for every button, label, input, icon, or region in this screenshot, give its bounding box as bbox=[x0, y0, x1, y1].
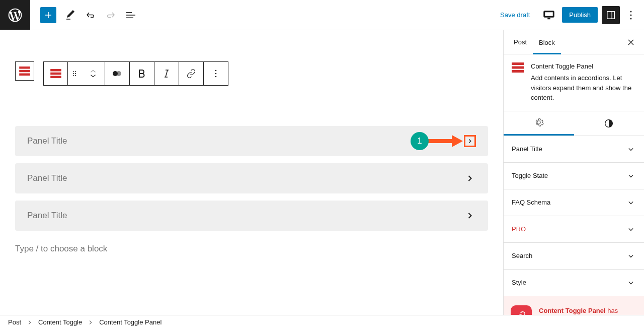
chevron-down-icon bbox=[626, 144, 636, 154]
svg-point-1 bbox=[630, 14, 632, 16]
tab-post[interactable]: Post bbox=[508, 30, 533, 54]
chevron-down-icon bbox=[626, 251, 636, 261]
section-search[interactable]: Search bbox=[504, 243, 644, 270]
panel-title-input[interactable]: Panel Title bbox=[27, 136, 67, 146]
panel-title-input[interactable]: Panel Title bbox=[27, 173, 67, 183]
block-info-text: Content Toggle Panel Add contents in acc… bbox=[531, 62, 636, 103]
svg-point-10 bbox=[75, 71, 76, 72]
save-draft-button[interactable]: Save draft bbox=[494, 7, 536, 23]
contrast-icon bbox=[603, 118, 614, 129]
svg-point-12 bbox=[75, 73, 76, 74]
close-icon bbox=[626, 37, 636, 47]
redo-button[interactable] bbox=[102, 6, 120, 24]
svg-point-13 bbox=[73, 75, 74, 76]
svg-point-9 bbox=[73, 71, 74, 72]
block-appender[interactable]: Type / to choose a block bbox=[15, 238, 488, 260]
move-buttons[interactable] bbox=[81, 62, 105, 85]
annotation-badge: 1 bbox=[411, 132, 429, 150]
italic-icon bbox=[160, 68, 173, 80]
panel-toggle-chevron[interactable] bbox=[464, 210, 476, 222]
undo-icon bbox=[85, 9, 97, 21]
add-block-button[interactable] bbox=[40, 7, 56, 23]
bold-icon bbox=[136, 68, 148, 80]
preview-button[interactable] bbox=[540, 6, 558, 24]
section-label: Toggle State bbox=[512, 172, 548, 179]
svg-point-11 bbox=[73, 73, 74, 74]
more-vertical-icon bbox=[625, 9, 637, 21]
chevron-down-icon bbox=[89, 74, 98, 79]
block-info-title: Content Toggle Panel bbox=[531, 62, 636, 70]
settings-panel-toggle[interactable] bbox=[602, 6, 620, 24]
pro-upsell-icon bbox=[511, 305, 532, 315]
pencil-icon bbox=[64, 9, 76, 21]
wordpress-icon bbox=[7, 7, 23, 23]
link-icon bbox=[185, 68, 197, 80]
link-plugin-icon bbox=[515, 310, 527, 315]
accordion-panel[interactable]: Panel Title bbox=[15, 163, 488, 193]
annotation-marker: 1 bbox=[411, 132, 463, 150]
breadcrumb-item[interactable]: Content Toggle Panel bbox=[99, 318, 162, 326]
publish-button[interactable]: Publish bbox=[562, 7, 598, 23]
breadcrumb-item[interactable]: Content Toggle bbox=[38, 318, 82, 326]
align-button[interactable] bbox=[105, 62, 130, 85]
section-label: FAQ Schema bbox=[512, 199, 550, 206]
redo-icon bbox=[105, 9, 117, 21]
section-pro[interactable]: PRO bbox=[504, 216, 644, 243]
panel-title-input[interactable]: Panel Title bbox=[27, 211, 67, 221]
close-sidebar-button[interactable] bbox=[622, 33, 640, 51]
section-faq-schema[interactable]: FAQ Schema bbox=[504, 189, 644, 216]
accordion-icon bbox=[19, 67, 30, 76]
italic-button[interactable] bbox=[154, 62, 179, 85]
document-outline-button[interactable] bbox=[122, 6, 140, 24]
block-type-button[interactable] bbox=[44, 62, 68, 85]
svg-point-18 bbox=[215, 73, 217, 75]
svg-point-17 bbox=[215, 70, 217, 72]
accordion-panel[interactable]: Panel Title bbox=[15, 201, 488, 231]
accordion-icon bbox=[512, 62, 524, 73]
svg-rect-7 bbox=[50, 73, 61, 75]
bold-button[interactable] bbox=[130, 62, 154, 85]
chevron-right-icon bbox=[466, 136, 473, 146]
more-formatting-button[interactable] bbox=[204, 62, 228, 85]
pro-upsell-name: Content Toggle Panel bbox=[539, 307, 606, 314]
drag-handle[interactable] bbox=[68, 62, 81, 85]
svg-point-14 bbox=[75, 75, 76, 76]
more-options-button[interactable] bbox=[624, 6, 638, 24]
pro-upsell-box[interactable]: Content Toggle Panel has PRO enhancement… bbox=[504, 296, 644, 315]
panel-toggle-chevron[interactable] bbox=[464, 135, 476, 147]
section-panel-title[interactable]: Panel Title bbox=[504, 136, 644, 163]
list-view-icon bbox=[125, 9, 137, 21]
desktop-icon bbox=[543, 9, 555, 21]
annotation-arrow-icon bbox=[427, 135, 463, 147]
svg-rect-4 bbox=[19, 70, 30, 73]
panel-toggle-chevron[interactable] bbox=[464, 172, 476, 184]
svg-rect-24 bbox=[512, 70, 524, 73]
chevron-down-icon bbox=[626, 224, 636, 234]
block-floating-toolbar bbox=[15, 61, 228, 86]
subtab-settings[interactable] bbox=[504, 111, 574, 136]
toolbar-right: Save draft Publish bbox=[494, 6, 644, 24]
more-vertical-icon bbox=[210, 68, 222, 80]
svg-rect-3 bbox=[19, 67, 30, 69]
tab-block[interactable]: Block bbox=[533, 31, 561, 54]
block-toolbar bbox=[43, 61, 228, 86]
sidebar-icon bbox=[605, 9, 617, 21]
section-toggle-state[interactable]: Toggle State bbox=[504, 163, 644, 189]
chevron-right-icon bbox=[26, 319, 33, 326]
wordpress-logo[interactable] bbox=[0, 0, 30, 30]
edit-mode-button[interactable] bbox=[61, 6, 79, 24]
accordion-panel[interactable]: Panel Title 1 bbox=[15, 126, 488, 156]
main-layout: Panel Title 1 Panel Title Panel Tit bbox=[0, 30, 644, 315]
svg-rect-5 bbox=[19, 74, 30, 76]
link-button[interactable] bbox=[179, 62, 204, 85]
undo-button[interactable] bbox=[82, 6, 100, 24]
svg-point-2 bbox=[630, 18, 632, 19]
block-info-description: Add contents in accordions. Let visitors… bbox=[531, 73, 636, 103]
svg-rect-8 bbox=[50, 76, 61, 79]
chevron-up-icon bbox=[89, 69, 98, 74]
subtab-styles[interactable] bbox=[574, 111, 645, 136]
parent-block-selector[interactable] bbox=[15, 61, 34, 81]
section-style[interactable]: Style bbox=[504, 270, 644, 296]
sidebar-subtabs bbox=[504, 111, 644, 136]
breadcrumb-item[interactable]: Post bbox=[8, 318, 21, 326]
